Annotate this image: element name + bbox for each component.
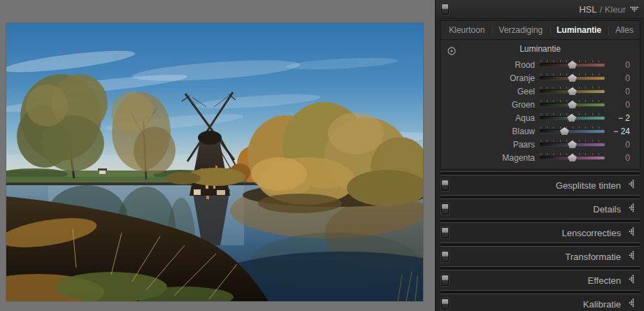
develop-right-panel: HSL/ Kleur KleurtoonVerzadigingLuminanti… — [435, 0, 644, 311]
slider-label-groen: Groen — [441, 100, 535, 110]
panel-end-mark — [440, 171, 641, 175]
slider-oranje[interactable] — [540, 71, 605, 85]
slider-label-geel: Geel — [441, 87, 535, 96]
section-gesplitste-tinten[interactable]: Gesplitste tinten — [436, 177, 644, 194]
slider-row-magenta: Magenta0 — [441, 151, 640, 164]
expand-triangle-icon[interactable] — [627, 179, 634, 191]
slider-row-geel: Geel0 — [441, 85, 640, 98]
slider-geel[interactable] — [540, 85, 605, 98]
tab-alles[interactable]: Alles — [615, 25, 634, 35]
panel-enable-switch-icon[interactable] — [441, 3, 449, 15]
panel-end-mark — [440, 195, 641, 199]
photo-work-area — [0, 0, 435, 311]
hsl-tabs: KleurtoonVerzadigingLuminantieAlles — [441, 21, 640, 40]
slider-value-geel[interactable]: 0 — [605, 87, 640, 96]
panel-end-mark — [440, 219, 641, 223]
luminance-sliders: Rood0Oranje0Geel0Groen0Aqua− 2Blauw− 24P… — [441, 57, 640, 169]
slider-magenta[interactable] — [540, 151, 605, 164]
slider-value-paars[interactable]: 0 — [605, 140, 640, 150]
slider-ticks — [541, 126, 604, 129]
slider-label-blauw: Blauw — [441, 126, 535, 136]
section-transformatie[interactable]: Transformatie — [436, 248, 644, 265]
luminance-title-row: Luminantie — [441, 40, 640, 57]
slider-label-oranje: Oranje — [441, 73, 535, 83]
slider-paars[interactable] — [540, 138, 605, 151]
section-effecten[interactable]: Effecten — [436, 272, 644, 289]
panel-title: HSL/ Kleur — [579, 4, 630, 15]
section-details[interactable]: Details — [436, 201, 644, 217]
photo-canvas[interactable] — [6, 23, 423, 301]
panel-enable-switch-icon[interactable] — [441, 203, 449, 215]
section-title-lenscorrecties: Lenscorrecties — [561, 228, 627, 238]
collapsed-panels: Gesplitste tintenDetailsLenscorrectiesTr… — [436, 177, 644, 311]
slider-value-blauw[interactable]: − 24 — [605, 126, 640, 136]
expand-triangle-icon[interactable] — [627, 226, 634, 239]
expand-triangle-icon[interactable] — [627, 250, 634, 263]
slider-value-aqua[interactable]: − 2 — [605, 113, 640, 123]
panel-end-mark — [440, 290, 641, 294]
expand-triangle-icon[interactable] — [627, 274, 634, 287]
panel-enable-switch-icon[interactable] — [441, 227, 449, 238]
slider-value-oranje[interactable]: 0 — [605, 73, 640, 83]
collapse-triangle-icon[interactable] — [630, 3, 639, 15]
expand-triangle-icon[interactable] — [627, 203, 634, 215]
section-title-gesplitste-tinten: Gesplitste tinten — [556, 180, 627, 191]
slider-value-groen[interactable]: 0 — [605, 100, 640, 110]
tab-verzadiging[interactable]: Verzadiging — [499, 25, 543, 35]
photo-image — [6, 23, 423, 301]
section-title-kalibratie: Kalibratie — [583, 299, 627, 310]
section-title-details: Details — [593, 204, 627, 215]
tab-kleurtoon[interactable]: Kleurtoon — [449, 25, 485, 35]
slider-label-paars: Paars — [441, 140, 535, 150]
tab-separator — [608, 26, 608, 35]
slider-track[interactable] — [540, 129, 605, 133]
panel-enable-switch-icon[interactable] — [441, 298, 449, 310]
slider-row-aqua: Aqua− 2 — [441, 111, 640, 124]
expand-triangle-icon[interactable] — [627, 298, 634, 310]
section-lenscorrecties[interactable]: Lenscorrecties — [436, 224, 644, 241]
slider-row-groen: Groen0 — [441, 98, 640, 111]
slider-label-aqua: Aqua — [441, 113, 535, 123]
slider-aqua[interactable] — [540, 111, 605, 124]
slider-row-oranje: Oranje0 — [441, 71, 640, 85]
panel-end-mark — [440, 266, 641, 270]
section-title-effecten: Effecten — [588, 275, 627, 286]
slider-row-blauw: Blauw− 24 — [441, 124, 640, 138]
slider-value-magenta[interactable]: 0 — [605, 153, 640, 163]
slider-value-rood[interactable]: 0 — [605, 60, 640, 70]
slider-label-magenta: Magenta — [441, 153, 535, 163]
hsl-panel-body: KleurtoonVerzadigingLuminantieAlles Lumi… — [440, 20, 641, 170]
luminance-title: Luminantie — [520, 44, 561, 54]
panel-end-mark — [440, 243, 641, 247]
tab-separator — [550, 26, 550, 35]
hsl-panel-header[interactable]: HSL/ Kleur — [436, 0, 644, 19]
slider-groen[interactable] — [540, 98, 605, 111]
panel-enable-switch-icon[interactable] — [441, 275, 449, 286]
targeted-adjustment-icon[interactable] — [447, 44, 457, 62]
slider-row-rood: Rood0 — [441, 58, 640, 71]
panel-enable-switch-icon[interactable] — [441, 251, 449, 262]
section-kalibratie[interactable]: Kalibratie — [436, 296, 644, 311]
section-title-transformatie: Transformatie — [565, 252, 627, 262]
tab-luminantie[interactable]: Luminantie — [557, 25, 601, 35]
panel-enable-switch-icon[interactable] — [441, 180, 449, 191]
slider-rood[interactable] — [540, 58, 605, 71]
tab-separator — [492, 26, 492, 35]
slider-blauw[interactable] — [540, 124, 605, 138]
slider-row-paars: Paars0 — [441, 138, 640, 151]
